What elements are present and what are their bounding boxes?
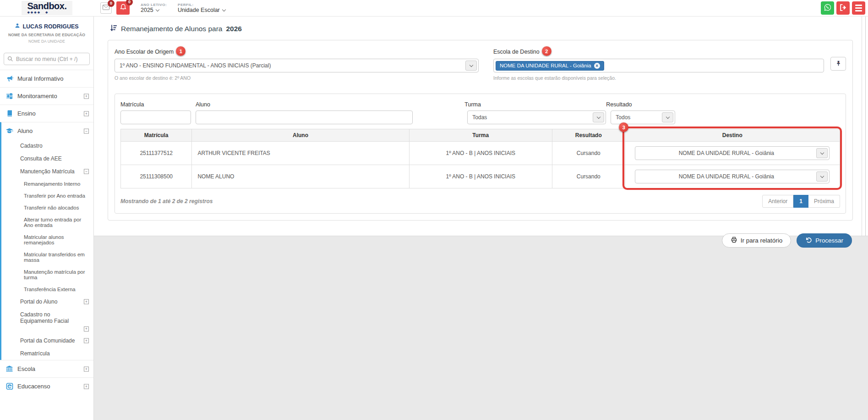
logo-diamonds-decor: ◆◆◆◆◆ bbox=[27, 11, 66, 14]
user-block: LUCAS RODRIGUES NOME DA SECRETARIA DE ED… bbox=[0, 17, 93, 47]
cell-matricula: 25111377512 bbox=[121, 142, 192, 165]
filter-resultado-select[interactable]: Todos bbox=[611, 111, 675, 124]
pin-button[interactable] bbox=[830, 57, 846, 71]
expand-minus-icon[interactable]: − bbox=[84, 128, 89, 133]
column-header-turma: Turma bbox=[409, 129, 552, 142]
graduation-cap-icon bbox=[5, 127, 13, 135]
topbar-right-buttons bbox=[821, 1, 868, 15]
sidebar-item-manutencao-matricula-por-turma[interactable]: Manutenção matrícula por turma bbox=[0, 266, 93, 283]
pagination-page-1[interactable]: 1 bbox=[793, 195, 808, 208]
sidebar-item-remanejamento-interno[interactable]: Remanejamento Interno bbox=[0, 178, 93, 190]
sidebar-item-label: Escola bbox=[17, 365, 35, 372]
expand-plus-icon[interactable]: + bbox=[84, 384, 89, 389]
sidebar-item-alterar-turno-entrada-por-ano-entrada[interactable]: Alterar turno entrada por Ano entrada bbox=[0, 214, 93, 231]
pagination-previous[interactable]: Anterior bbox=[762, 195, 793, 208]
logout-button[interactable] bbox=[836, 1, 850, 15]
sidebar-item-ensino[interactable]: Ensino+ bbox=[0, 105, 93, 122]
expand-plus-icon[interactable]: + bbox=[84, 366, 89, 371]
sidebar-item-transferencia-externa[interactable]: Transferência Externa bbox=[0, 283, 93, 295]
students-table-body: 25111377512ARTHUR VICENTE FREITAS1º ANO … bbox=[121, 142, 840, 188]
table-footer: Mostrando de 1 até 2 de 2 registros Ante… bbox=[120, 195, 840, 208]
sidebar-item-monitoramento[interactable]: Monitoramento+ bbox=[0, 87, 93, 105]
scrollbar-gutter[interactable] bbox=[862, 17, 866, 236]
unidade-name: NOME DA UNIDADE bbox=[3, 39, 91, 44]
filter-matricula-input[interactable] bbox=[120, 111, 191, 124]
page-title-text: Remanejamento de Alunos para bbox=[121, 25, 222, 33]
profile-value: Unidade Escolar bbox=[178, 7, 220, 13]
sidebar-item-cadastro[interactable]: Cadastro bbox=[0, 139, 93, 152]
menu-button[interactable] bbox=[852, 1, 865, 15]
filter-turma-select[interactable]: Todas bbox=[467, 111, 606, 124]
sidebar-item-aluno[interactable]: Aluno− bbox=[0, 122, 93, 139]
profile-label: PERFIL: bbox=[178, 3, 225, 7]
sidebar-item-matricular-alunos-remanejados[interactable]: Matricular alunos remanejados bbox=[0, 231, 93, 249]
user-name: LUCAS RODRIGUES bbox=[22, 23, 78, 30]
top-bar: Sandbox. ◆◆◆◆◆ 0 0 ANO LETIVO: 2025 bbox=[0, 0, 868, 17]
school-year-selector[interactable]: ANO LETIVO: 2025 bbox=[141, 3, 167, 13]
notifications-count-badge: 0 bbox=[126, 0, 133, 6]
sidebar-item-label: Rematrícula bbox=[20, 350, 50, 357]
sidebar-item-transferir-nao-alocados[interactable]: Transferir não alocados bbox=[0, 202, 93, 214]
sidebar-item-portal-do-aluno[interactable]: Portal do Aluno+ bbox=[0, 295, 93, 308]
menu-search-input[interactable] bbox=[4, 53, 90, 65]
book-icon bbox=[5, 110, 13, 117]
row-destino-select[interactable]: NOME DA UNIDADE RURAL - Goiânia bbox=[635, 170, 830, 183]
expand-plus-icon[interactable]: + bbox=[84, 299, 89, 304]
sidebar-item-label: Transferir por Ano entrada bbox=[24, 193, 85, 199]
cell-aluno: ARTHUR VICENTE FREITAS bbox=[192, 142, 409, 165]
sidebar-item-label: Consulta de AEE bbox=[20, 155, 62, 162]
sidebar: LUCAS RODRIGUES NOME DA SECRETARIA DE ED… bbox=[0, 17, 94, 420]
students-table: MatrículaAlunoTurmaResultadoDestino 2511… bbox=[120, 129, 840, 188]
table-header-row: MatrículaAlunoTurmaResultadoDestino bbox=[121, 129, 840, 142]
row-destino-select[interactable]: NOME DA UNIDADE RURAL - Goiânia bbox=[635, 146, 830, 160]
annotation-badge-1: 1 bbox=[176, 46, 186, 56]
cell-resultado: Cursando bbox=[552, 142, 625, 165]
process-button[interactable]: Processar bbox=[797, 233, 852, 248]
expand-minus-icon[interactable]: − bbox=[84, 169, 89, 174]
expand-plus-icon[interactable]: + bbox=[84, 94, 89, 99]
origem-helper-text: O ano escolar de destino é: 2º ANO bbox=[115, 75, 479, 81]
pagination-next[interactable]: Próxima bbox=[808, 195, 840, 208]
expand-plus-icon[interactable]: + bbox=[84, 111, 89, 116]
messages-button[interactable]: 0 bbox=[100, 2, 112, 14]
cell-matricula: 25111308500 bbox=[121, 165, 192, 188]
page-title: Remanejamento de Alunos para 2026 bbox=[109, 24, 853, 33]
chevron-down-icon bbox=[816, 148, 828, 158]
user-icon bbox=[15, 23, 20, 30]
sidebar-menu: Mural InformativoMonitoramento+Ensino+Al… bbox=[0, 70, 93, 395]
school-year-value: 2025 bbox=[141, 7, 153, 13]
sidebar-item-label: Matricular alunos remanejados bbox=[24, 234, 64, 245]
sidebar-item-manutencao-matricula[interactable]: Manutenção Matrícula− bbox=[0, 165, 93, 178]
messages-count-badge: 0 bbox=[108, 0, 115, 7]
report-button[interactable]: Ir para relatório bbox=[722, 233, 792, 248]
row-destino-value: NOME DA UNIDADE RURAL - Goiânia bbox=[679, 150, 774, 156]
sidebar-item-portal-da-comunidade[interactable]: Portal da Comunidade+ bbox=[0, 334, 93, 347]
remove-tag-icon[interactable]: × bbox=[594, 63, 600, 69]
whatsapp-button[interactable] bbox=[821, 1, 834, 15]
chevron-down-icon bbox=[816, 171, 828, 182]
sidebar-item-cadastro-no-equipamento-facial[interactable]: Cadastro no Equipamento Facial+ bbox=[0, 308, 93, 334]
sidebar-item-educacenso[interactable]: Educacenso+ bbox=[0, 377, 93, 395]
expand-plus-icon[interactable]: + bbox=[84, 326, 89, 332]
sidebar-item-label: Transferência Externa bbox=[24, 287, 76, 292]
destino-multiselect[interactable]: NOME DA UNIDADE RURAL - Goiânia × bbox=[493, 59, 824, 72]
profile-selector[interactable]: PERFIL: Unidade Escolar bbox=[178, 3, 225, 13]
origem-select[interactable]: 1º ANO - ENSINO FUNDAMENTAL - ANOS INICI… bbox=[115, 59, 479, 72]
sort-amount-icon bbox=[109, 24, 117, 33]
expand-plus-icon[interactable]: + bbox=[84, 338, 89, 343]
sidebar-item-transferir-por-ano-entrada[interactable]: Transferir por Ano entrada bbox=[0, 190, 93, 202]
process-redo-icon bbox=[805, 237, 812, 245]
sidebar-item-label: Manutenção Matrícula bbox=[20, 168, 75, 175]
notifications-button[interactable]: 0 bbox=[116, 1, 130, 15]
sidebar-item-mural-informativo[interactable]: Mural Informativo bbox=[0, 70, 93, 87]
students-filter-panel: Matrícula Aluno Turma Todas bbox=[115, 94, 846, 214]
sidebar-item-rematricula[interactable]: Rematrícula bbox=[0, 347, 93, 360]
filter-aluno-input[interactable] bbox=[196, 111, 413, 124]
sidebar-item-label: Alterar turno entrada por Ano entrada bbox=[24, 217, 81, 228]
sidebar-item-consulta-de-aee[interactable]: Consulta de AEE bbox=[0, 152, 93, 165]
sandbox-logo[interactable]: Sandbox. ◆◆◆◆◆ bbox=[22, 1, 72, 15]
chevron-down-icon bbox=[156, 7, 159, 11]
sidebar-item-escola[interactable]: Escola+ bbox=[0, 360, 93, 377]
sidebar-item-matricular-transferidos-em-massa[interactable]: Matricular transferidos em massa bbox=[0, 249, 93, 266]
table-row: 25111377512ARTHUR VICENTE FREITAS1º ANO … bbox=[121, 142, 840, 165]
